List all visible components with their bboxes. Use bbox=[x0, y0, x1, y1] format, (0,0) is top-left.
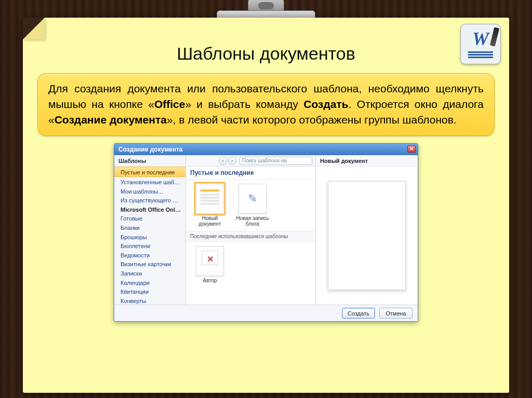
sidebar-header-online: Microsoft Office Online bbox=[114, 204, 185, 214]
nav-back-icon[interactable]: ‹ bbox=[219, 157, 227, 165]
slide-card: W Шаблоны документов Для создания докуме… bbox=[23, 18, 509, 393]
template-label: Новый документ bbox=[191, 215, 229, 227]
group-header-recent: Последние использовавшиеся шаблоны bbox=[186, 231, 315, 242]
sidebar-item-my-templates[interactable]: Мои шаблоны... bbox=[114, 186, 185, 196]
word-app-icon: W bbox=[460, 24, 501, 64]
desc-text: », в левой части которого отображены гру… bbox=[167, 114, 457, 126]
gallery-toolbar: ‹ › Поиск шаблона на bbox=[186, 155, 315, 167]
sidebar-item-online[interactable]: Конверты bbox=[114, 296, 185, 305]
desc-bold-office: Office bbox=[154, 98, 185, 110]
sidebar-item-online[interactable]: Бюллетени bbox=[114, 241, 185, 250]
desc-text: » и выбрать команду bbox=[185, 98, 303, 110]
desc-bold-dialog: Создание документа bbox=[55, 114, 167, 126]
template-author[interactable]: Автор bbox=[191, 246, 229, 283]
sidebar-item-online[interactable]: Записки bbox=[114, 268, 185, 278]
sidebar-item-online[interactable]: Визитные карточки bbox=[114, 259, 185, 268]
dialog-title-text: Создание документа bbox=[118, 146, 183, 153]
template-thumb-icon bbox=[196, 246, 224, 276]
template-thumb-icon bbox=[196, 184, 224, 214]
sidebar-item-from-existing[interactable]: Из существующего документа... bbox=[114, 195, 185, 204]
nav-forward-icon[interactable]: › bbox=[228, 157, 236, 165]
create-document-dialog: Создание документа ✕ Шаблоны Пустые и по… bbox=[114, 143, 418, 322]
cancel-button[interactable]: Отмена bbox=[379, 308, 413, 319]
sidebar-item-blank-recent[interactable]: Пустые и последние bbox=[114, 167, 185, 177]
sidebar-item-online[interactable]: Бланки bbox=[114, 223, 185, 232]
search-input[interactable]: Поиск шаблона на bbox=[240, 157, 312, 165]
sidebar-item-online[interactable]: Квитанции bbox=[114, 286, 185, 296]
template-thumb-icon: ✎ bbox=[238, 184, 267, 214]
slide-title: Шаблоны документов bbox=[37, 44, 495, 64]
preview-header: Новый документ bbox=[316, 155, 418, 167]
sidebar-item-online[interactable]: Готовые bbox=[114, 213, 185, 223]
sidebar-item-online[interactable]: Брошюры bbox=[114, 232, 185, 241]
template-new-blog-post[interactable]: ✎ Новая запись блога bbox=[234, 184, 271, 227]
template-new-document[interactable]: Новый документ bbox=[191, 184, 229, 227]
templates-gallery: ‹ › Поиск шаблона на Пустые и последние … bbox=[186, 155, 316, 305]
dialog-footer: Создать Отмена bbox=[114, 305, 418, 321]
sidebar-item-online[interactable]: Ведомости bbox=[114, 250, 185, 259]
create-button[interactable]: Создать bbox=[342, 308, 375, 319]
sidebar-item-online[interactable]: Календари bbox=[114, 278, 185, 287]
description-box: Для создания документа или пользовательс… bbox=[37, 73, 495, 136]
sidebar-header: Шаблоны bbox=[114, 155, 185, 167]
sidebar-item-installed[interactable]: Установленные шаблоны bbox=[114, 177, 185, 186]
page-fold-icon bbox=[23, 18, 45, 39]
template-label: Новая запись блога bbox=[234, 215, 271, 227]
close-icon[interactable]: ✕ bbox=[407, 145, 416, 153]
search-placeholder: Поиск шаблона на bbox=[242, 158, 287, 163]
template-label: Автор bbox=[203, 278, 217, 283]
group-header-blank: Пустые и последние bbox=[186, 167, 315, 180]
desc-bold-create: Создать bbox=[303, 98, 348, 110]
dialog-titlebar[interactable]: Создание документа ✕ bbox=[114, 144, 418, 155]
templates-sidebar: Шаблоны Пустые и последние Установленные… bbox=[114, 155, 186, 305]
preview-pane: Новый документ bbox=[316, 155, 418, 305]
preview-page bbox=[328, 181, 406, 290]
